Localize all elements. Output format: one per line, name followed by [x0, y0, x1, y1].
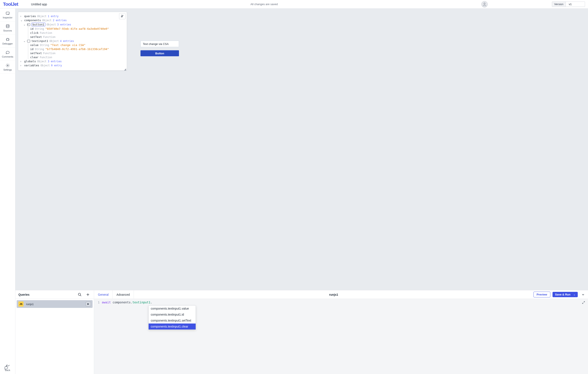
autocomplete-option-value[interactable]: components.textinput1.value	[149, 306, 196, 311]
sidebar-item-comments[interactable]: Comments	[0, 48, 15, 61]
tree-row-textinput1-clear[interactable]: clear Function	[20, 55, 125, 59]
caret-down-icon[interactable]: ⌄	[23, 23, 26, 26]
chevron-down-icon[interactable]: ⌄	[573, 293, 575, 296]
tree-key: clear	[30, 56, 39, 59]
tree-type: Object	[40, 64, 50, 67]
autocomplete-option-clear[interactable]: components.textinput1.clear	[149, 323, 196, 330]
button1-widget[interactable]: Button	[140, 50, 179, 56]
tree-row-button1-click[interactable]: click Function	[20, 31, 125, 35]
user-avatar[interactable]	[481, 1, 488, 8]
js-badge-icon: JS	[18, 301, 23, 307]
bug-icon	[6, 37, 10, 42]
tree-row-textinput1[interactable]: ⌄ textinput1 Object 4 entries	[20, 39, 125, 43]
queries-header: Queries	[15, 290, 94, 299]
tree-type: Function	[40, 56, 52, 59]
caret-right-icon[interactable]: ›	[20, 64, 23, 67]
tree-row-queries[interactable]: › queries Object 1 entry	[20, 14, 125, 18]
search-icon	[78, 293, 82, 297]
plus-icon	[86, 293, 90, 297]
code-line-1[interactable]: 1 await components.textinput1.	[94, 301, 588, 304]
textinput1-value: Text change via CSA	[143, 42, 169, 46]
tree-type: Object	[37, 60, 46, 63]
chat-bubble-button[interactable]	[4, 366, 9, 371]
tree-entries: 1 entry	[48, 15, 59, 18]
app-name[interactable]: Untitled app	[31, 3, 47, 6]
tree-value: "Text change via CSA"	[51, 43, 85, 47]
search-button[interactable]	[77, 292, 83, 298]
tree-key: queries	[24, 15, 36, 18]
active-query-name[interactable]: runjs1	[134, 293, 534, 296]
version-value[interactable]: v1	[566, 1, 585, 7]
version-selector[interactable]: Version v1	[552, 1, 585, 7]
tree-entries: 0 entry	[51, 64, 62, 67]
tree-row-button1[interactable]: ⌄ button1 Object 3 entries	[20, 22, 125, 27]
query-name: runjs1	[26, 302, 83, 306]
resize-handle-icon[interactable]: ◢	[124, 68, 126, 70]
tree-row-textinput1-value[interactable]: value String "Text change via CSA"	[20, 43, 125, 47]
caret-right-icon[interactable]: ›	[20, 60, 23, 63]
code-editor[interactable]: 1 await components.textinput1. component…	[94, 299, 588, 374]
caret-down-icon[interactable]: ⌄	[23, 39, 26, 43]
tree-key: variables	[24, 64, 39, 67]
tree-row-globals[interactable]: › globals Object 3 entries	[20, 59, 125, 63]
tree-row-button1-id[interactable]: id String "850f40e7-93eb-41fe-aaf8-6a3e8…	[20, 27, 125, 31]
svg-point-5	[78, 293, 81, 296]
tree-type: Object	[37, 15, 46, 18]
tree-entries: 4 entries	[60, 40, 74, 43]
left-sidebar: Inspector Sources Debugger Comments Sett…	[0, 9, 15, 374]
preview-button[interactable]: Preview	[534, 292, 550, 297]
sidebar-item-settings[interactable]: Settings	[0, 61, 15, 74]
inspector-icon	[6, 11, 10, 15]
tab-advanced[interactable]: Advanced	[113, 290, 134, 299]
chevron-down-icon	[581, 293, 585, 296]
save-and-run-button[interactable]: Save & Run ⌄	[553, 292, 578, 297]
collapse-panel-button[interactable]	[580, 293, 586, 296]
comment-icon	[6, 50, 10, 54]
run-query-button[interactable]	[86, 302, 91, 306]
query-list: JS runjs1	[15, 299, 94, 374]
textinput1-widget[interactable]: Text change via CSA	[140, 41, 179, 47]
query-item-runjs1[interactable]: JS runjs1	[17, 300, 93, 308]
tree-row-button1-settext[interactable]: setText Function	[20, 35, 125, 39]
tree-row-variables[interactable]: › variables Object 0 entry	[20, 63, 125, 67]
tree-row-textinput1-id[interactable]: id String "b7fb4840-0cf2-4991-afb8-1b133…	[20, 47, 125, 51]
tree-key: click	[30, 31, 39, 34]
token-property: textinput1	[132, 301, 150, 304]
tree-value: "b7fb4840-0cf2-4991-afb8-1b1338caf194"	[45, 47, 109, 51]
autocomplete-option-settext[interactable]: components.textinput1.setText	[149, 318, 196, 323]
caret-down-icon[interactable]: ⌄	[20, 19, 23, 22]
bottom-panel: Queries JS runjs1	[15, 290, 588, 374]
top-bar: ToolJet Untitled app All changes are sav…	[0, 0, 588, 9]
tree-entries: 3 entries	[57, 23, 71, 26]
tree-key: id	[30, 47, 33, 51]
caret-right-icon[interactable]: ›	[20, 15, 23, 18]
autocomplete-popup[interactable]: components.textinput1.value components.t…	[148, 305, 196, 330]
sidebar-label: Sources	[3, 29, 12, 32]
sidebar-label: Debugger	[2, 42, 13, 45]
tree-row-components[interactable]: ⌄ components Object 2 entries	[20, 18, 125, 22]
add-query-button[interactable]	[85, 292, 91, 298]
sidebar-item-debugger[interactable]: Debugger	[0, 35, 15, 48]
tree-key: components	[24, 19, 41, 22]
sidebar-item-inspector[interactable]: Inspector	[0, 9, 15, 21]
expand-icon	[582, 301, 585, 304]
line-number: 1	[97, 301, 100, 304]
sidebar-label: Settings	[3, 68, 12, 71]
expand-editor-button[interactable]	[582, 301, 585, 305]
autocomplete-option-id[interactable]: components.textinput1.id	[149, 311, 196, 318]
tree-row-textinput1-settext[interactable]: setText Function	[20, 51, 125, 55]
save-and-run-label: Save & Run	[555, 293, 570, 296]
chat-icon	[4, 366, 9, 370]
tree-type: Function	[43, 35, 56, 39]
sidebar-item-sources[interactable]: Sources	[0, 21, 15, 35]
svg-point-2	[6, 25, 9, 26]
tab-general[interactable]: General	[94, 290, 113, 299]
canvas-area[interactable]: › queries Object 1 entry ⌄ components Ob…	[15, 9, 588, 290]
tree-key: id	[30, 27, 33, 30]
inspector-panel[interactable]: › queries Object 1 entry ⌄ components Ob…	[18, 12, 127, 71]
gear-icon	[6, 63, 10, 68]
pin-button[interactable]	[119, 13, 126, 19]
queries-title: Queries	[18, 293, 75, 296]
svg-point-3	[7, 39, 9, 41]
tree-type: String	[35, 27, 44, 30]
